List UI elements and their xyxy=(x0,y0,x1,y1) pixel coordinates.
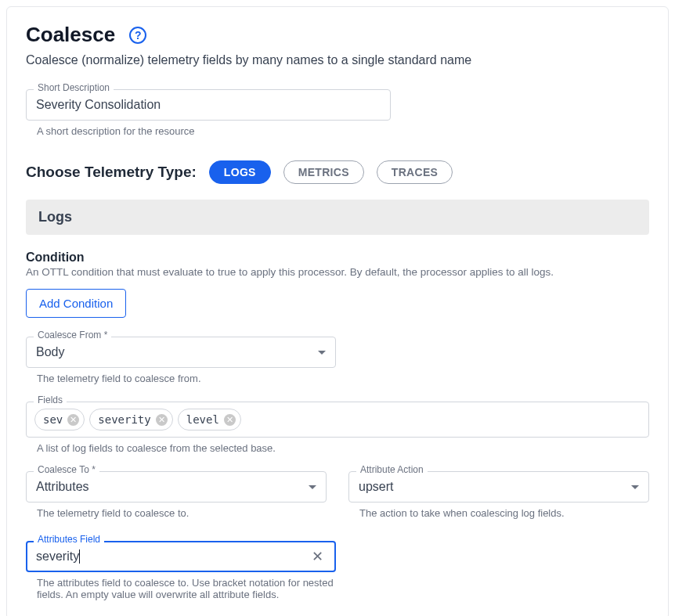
fields-helper: A list of log fields to coalesce from th… xyxy=(37,442,649,454)
telemetry-type-row: Choose Telemetry Type: LOGS METRICS TRAC… xyxy=(26,160,649,184)
page-title: Coalesce xyxy=(26,23,115,47)
remove-chip-icon[interactable]: ✕ xyxy=(67,414,79,426)
chevron-down-icon xyxy=(309,485,316,489)
short-description-helper: A short description for the resource xyxy=(37,125,649,137)
attribute-action-helper: The action to take when coalescing log f… xyxy=(359,507,649,519)
field-chip-label: level xyxy=(186,413,219,426)
coalesce-from-label: Coalesce From xyxy=(34,330,111,340)
telemetry-pill-logs[interactable]: LOGS xyxy=(209,160,271,184)
telemetry-pill-metrics[interactable]: METRICS xyxy=(283,160,364,184)
field-chip-label: severity xyxy=(98,413,150,426)
attribute-action-field: Attribute Action upsert xyxy=(348,471,649,503)
chevron-down-icon xyxy=(631,485,639,489)
coalesce-from-field: Coalesce From Body xyxy=(26,337,336,368)
attributes-field-input[interactable]: severity xyxy=(26,541,336,572)
attribute-action-label: Attribute Action xyxy=(356,464,428,475)
logs-section-header: Logs xyxy=(26,200,649,235)
help-icon[interactable]: ? xyxy=(129,27,146,44)
coalesce-from-helper: The telemetry field to coalesce from. xyxy=(37,373,649,384)
field-chip: level ✕ xyxy=(178,409,241,430)
remove-chip-icon[interactable]: ✕ xyxy=(156,414,168,426)
condition-heading: Condition xyxy=(26,250,649,265)
coalesce-to-field: Coalesce To Attributes xyxy=(26,471,327,503)
short-description-label: Short Description xyxy=(34,82,114,93)
coalesce-to-helper: The telemetry field to coalesce to. xyxy=(37,507,327,519)
short-description-field: Short Description xyxy=(26,89,391,121)
coalesce-from-select[interactable]: Body xyxy=(26,337,336,368)
coalesce-panel: Coalesce ? Coalesce (normalize) telemetr… xyxy=(6,6,669,616)
coalesce-to-select[interactable]: Attributes xyxy=(26,471,327,503)
attribute-action-select[interactable]: upsert xyxy=(348,471,649,503)
attribute-action-value: upsert xyxy=(359,480,393,494)
coalesce-to-row: Coalesce To Attributes The telemetry fie… xyxy=(26,471,649,519)
header-row: Coalesce ? xyxy=(26,23,649,47)
attributes-field-value: severity xyxy=(36,549,79,564)
short-description-input[interactable] xyxy=(26,89,391,121)
field-chip-label: sev xyxy=(43,413,63,426)
text-cursor xyxy=(79,549,80,564)
attributes-field-wrap: Attributes Field severity ✕ xyxy=(26,541,336,572)
remove-chip-icon[interactable]: ✕ xyxy=(224,414,236,426)
chevron-down-icon xyxy=(318,351,326,355)
page-subtitle: Coalesce (normalize) telemetry fields by… xyxy=(26,53,649,67)
add-condition-button[interactable]: Add Condition xyxy=(26,289,126,318)
fields-field: Fields sev ✕ severity ✕ level ✕ xyxy=(26,402,649,438)
coalesce-to-label: Coalesce To xyxy=(34,464,99,475)
coalesce-to-value: Attributes xyxy=(36,480,89,494)
field-chip: sev ✕ xyxy=(34,409,85,430)
coalesce-from-value: Body xyxy=(36,345,64,359)
attributes-field-label: Attributes Field xyxy=(34,534,104,545)
condition-desc: An OTTL condition that must evaluate to … xyxy=(26,266,649,278)
telemetry-pill-traces[interactable]: TRACES xyxy=(377,160,453,184)
telemetry-type-label: Choose Telemetry Type: xyxy=(26,164,197,181)
attributes-field-helper: The attributes field to coalesce to. Use… xyxy=(37,577,347,600)
clear-input-icon[interactable]: ✕ xyxy=(309,545,327,568)
field-chip: severity ✕ xyxy=(89,409,172,430)
fields-label: Fields xyxy=(34,394,67,405)
fields-chips-input[interactable]: sev ✕ severity ✕ level ✕ xyxy=(26,402,649,438)
